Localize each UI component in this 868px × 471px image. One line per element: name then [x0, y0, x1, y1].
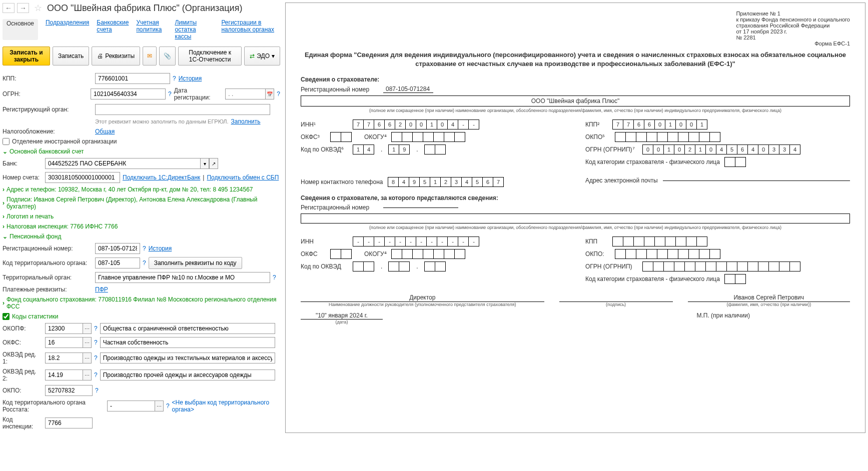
rosstat-help[interactable]: ? — [166, 402, 170, 410]
inspection-code-input[interactable] — [45, 418, 93, 428]
reg-authority-label: Регистрирующий орган: — [3, 106, 93, 113]
edo-icon: ⇄ — [250, 52, 255, 60]
stats-section-title[interactable]: Коды статистики — [12, 313, 58, 320]
doc-inn-label: ИНН¹ — [301, 121, 348, 128]
doc-reg-number-label2: Регистрационный номер — [301, 204, 378, 211]
signatures-section-header[interactable]: Подписи: Иванов Сергей Петрович (Директо… — [3, 196, 280, 210]
doc-fio-caption: (фамилия, имя, отчество (при наличии)) — [688, 302, 850, 307]
tax-inspection-section-header[interactable]: Налоговая инспекция: 7766 ИФНС 7766 — [3, 223, 280, 230]
stats-checkbox[interactable] — [3, 313, 10, 320]
save-close-button[interactable]: Записать и закрыть — [3, 46, 50, 66]
print-icon: 🖨 — [97, 52, 103, 60]
kpp-input[interactable] — [95, 73, 170, 84]
paperclip-icon: 📎 — [164, 52, 171, 60]
okfs-desc-input[interactable] — [100, 337, 275, 348]
pfr-history-link[interactable]: История — [149, 245, 172, 252]
pfr-reg-help[interactable]: ? — [143, 245, 146, 252]
foreign-branch-checkbox[interactable] — [3, 138, 10, 145]
okved1-desc-input[interactable] — [100, 352, 275, 364]
doc-org-caption: (полное или сокращенное (при наличии) на… — [301, 108, 850, 113]
address-section-header[interactable]: Адрес и телефон: 109382, Москва г, 40 ле… — [3, 186, 280, 193]
ogrn-label: ОГРН: — [3, 90, 88, 98]
tab-tax-registrations[interactable]: Регистрации в налоговых органах — [221, 19, 280, 40]
doc-inn-label2: ИНН — [301, 238, 348, 245]
okpo-input[interactable] — [45, 385, 93, 396]
rosstat-code-label: Код территориального органа Росстата: — [3, 399, 102, 413]
pfr-reg-input[interactable] — [95, 243, 140, 254]
doc-director-caption: Наименование должности руководителя (упо… — [301, 302, 544, 307]
pfr-territory-help[interactable]: ? — [143, 260, 146, 266]
doc-okved-label2: Код по ОКВЭД — [301, 263, 348, 270]
fill-by-code-button[interactable]: Заполнить реквизиты по коду — [149, 257, 242, 269]
sbp-link[interactable]: Подключить обмен с СБП — [207, 174, 279, 181]
fss-section-header[interactable]: Фонд социального страхования: 7708011916… — [3, 296, 280, 310]
pfr-payment-link[interactable]: ПФР — [95, 286, 108, 293]
pfr-authority-input[interactable] — [95, 272, 270, 283]
okopf-desc-input[interactable] — [100, 323, 275, 334]
foreign-branch-label: Отделение иностранной организации — [12, 138, 117, 145]
tab-divisions[interactable]: Подразделения — [46, 19, 89, 40]
okopf-input[interactable] — [45, 323, 83, 334]
nav-forward-button[interactable]: → — [17, 3, 29, 13]
okpo-help[interactable]: ? — [95, 387, 99, 394]
okved1-input[interactable] — [45, 352, 83, 364]
pension-section-header[interactable]: Пенсионный фонд — [3, 233, 280, 240]
bank-input[interactable] — [45, 158, 200, 169]
save-button[interactable]: Записать — [53, 46, 89, 66]
okopf-help[interactable]: ? — [94, 325, 98, 332]
kpp-help-icon[interactable]: ? — [173, 75, 176, 82]
tab-accounting-policy[interactable]: Учетная политика — [136, 19, 167, 40]
reg-date-input[interactable] — [225, 88, 265, 100]
pfr-territory-code-label: Код территориального органа: — [3, 260, 93, 266]
section2-title: Сведения о страхователе, за которого пре… — [301, 194, 850, 202]
okved1-select-button[interactable]: ⋯ — [83, 352, 92, 364]
okfs-input[interactable] — [45, 337, 83, 348]
doc-individual-cells — [725, 157, 746, 167]
doc-phone-label: Номер контактного телефона — [301, 178, 383, 186]
account-label: Номер счета: — [3, 174, 43, 181]
nav-back-button[interactable]: ← — [3, 3, 15, 13]
doc-okfs-cells — [331, 132, 352, 142]
favorite-star-icon[interactable]: ☆ — [34, 2, 42, 14]
logo-section-header[interactable]: Логотип и печать — [3, 213, 280, 220]
okved1-help[interactable]: ? — [94, 354, 98, 362]
tab-cash-limits[interactable]: Лимиты остатка кассы — [175, 19, 214, 40]
rosstat-code-input[interactable] — [107, 400, 155, 412]
rosstat-empty-text: <Не выбран код территориального органа> — [172, 399, 280, 413]
taxation-link[interactable]: Общая — [95, 128, 115, 135]
okopf-select-button[interactable]: ⋯ — [83, 323, 92, 334]
ogrn-help-icon[interactable]: ? — [168, 90, 172, 98]
pfr-territory-code-input[interactable] — [95, 258, 140, 268]
okved2-select-button[interactable]: ⋯ — [83, 370, 92, 380]
doc-okfs-label2: ОКФС — [301, 250, 326, 258]
bank-open-button[interactable]: ↗ — [209, 158, 218, 169]
okfs-help[interactable]: ? — [94, 339, 98, 346]
reg-date-help-icon[interactable]: ? — [277, 90, 280, 98]
bank-dropdown-button[interactable]: ▾ — [200, 158, 209, 169]
pfr-authority-help[interactable]: ? — [273, 274, 276, 281]
calendar-button[interactable]: 📅 — [265, 88, 274, 100]
rosstat-select-button[interactable]: ⋯ — [155, 400, 164, 412]
edo-button[interactable]: ⇄ ЭДО ▾ — [244, 46, 280, 66]
okved2-input[interactable] — [45, 370, 83, 380]
account-input[interactable] — [45, 172, 120, 183]
doc-org-caption2: (полное или сокращенное (при наличии) на… — [301, 225, 850, 230]
okfs-select-button[interactable]: ⋯ — [83, 337, 92, 348]
bank-section-header[interactable]: Основной банковский счет — [3, 148, 280, 155]
tab-bank-accounts[interactable]: Банковские счета — [97, 19, 129, 40]
requisites-button[interactable]: 🖨Реквизиты — [92, 46, 140, 66]
okved2-help[interactable]: ? — [94, 372, 98, 378]
connect-1c-button[interactable]: Подключение к 1С-Отчетности — [178, 46, 242, 66]
doc-signature-line — [559, 294, 673, 302]
kpp-history-link[interactable]: История — [179, 75, 202, 82]
email-button[interactable]: ✉ — [143, 46, 157, 66]
doc-reg-number-label: Регистрационный номер — [301, 86, 378, 93]
reg-authority-input[interactable] — [95, 104, 270, 115]
okved2-desc-input[interactable] — [100, 370, 275, 380]
doc-appendix-block: Приложение № 1 к приказу Фонда пенсионно… — [736, 10, 850, 40]
fill-egrul-link[interactable]: Заполнить — [231, 118, 261, 125]
ogrn-input[interactable] — [91, 88, 166, 100]
tab-main[interactable]: Основное — [3, 19, 38, 40]
attach-button[interactable]: 📎 — [159, 46, 176, 66]
directbank-link[interactable]: Подключить 1С:ДиректБанк — [123, 174, 200, 181]
